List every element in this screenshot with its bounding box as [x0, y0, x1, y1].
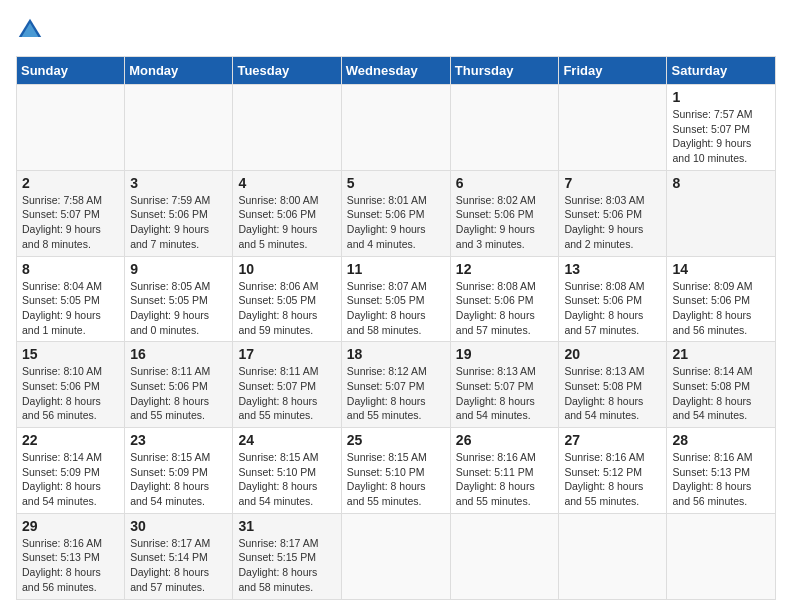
- column-header-saturday: Saturday: [667, 57, 776, 85]
- calendar-cell: 19Sunrise: 8:13 AM Sunset: 5:07 PM Dayli…: [450, 342, 559, 428]
- calendar-cell: 21Sunrise: 8:14 AM Sunset: 5:08 PM Dayli…: [667, 342, 776, 428]
- day-number: 17: [238, 346, 335, 362]
- day-info: Sunrise: 8:15 AM Sunset: 5:10 PM Dayligh…: [238, 450, 335, 509]
- day-number: 11: [347, 261, 445, 277]
- calendar-cell: 31Sunrise: 8:17 AM Sunset: 5:15 PM Dayli…: [233, 513, 341, 599]
- day-info: Sunrise: 8:16 AM Sunset: 5:12 PM Dayligh…: [564, 450, 661, 509]
- calendar-row: 22Sunrise: 8:14 AM Sunset: 5:09 PM Dayli…: [17, 428, 776, 514]
- calendar-cell: 6Sunrise: 8:02 AM Sunset: 5:06 PM Daylig…: [450, 170, 559, 256]
- day-number: 12: [456, 261, 554, 277]
- calendar-cell: [341, 85, 450, 171]
- calendar-cell: 1Sunrise: 7:57 AM Sunset: 5:07 PM Daylig…: [667, 85, 776, 171]
- day-info: Sunrise: 8:13 AM Sunset: 5:08 PM Dayligh…: [564, 364, 661, 423]
- calendar-cell: 24Sunrise: 8:15 AM Sunset: 5:10 PM Dayli…: [233, 428, 341, 514]
- column-header-wednesday: Wednesday: [341, 57, 450, 85]
- calendar-cell: 28Sunrise: 8:16 AM Sunset: 5:13 PM Dayli…: [667, 428, 776, 514]
- day-info: Sunrise: 8:14 AM Sunset: 5:09 PM Dayligh…: [22, 450, 119, 509]
- day-info: Sunrise: 8:02 AM Sunset: 5:06 PM Dayligh…: [456, 193, 554, 252]
- calendar-cell: 14Sunrise: 8:09 AM Sunset: 5:06 PM Dayli…: [667, 256, 776, 342]
- calendar-cell: 22Sunrise: 8:14 AM Sunset: 5:09 PM Dayli…: [17, 428, 125, 514]
- calendar-cell: 29Sunrise: 8:16 AM Sunset: 5:13 PM Dayli…: [17, 513, 125, 599]
- calendar-cell: 16Sunrise: 8:11 AM Sunset: 5:06 PM Dayli…: [125, 342, 233, 428]
- calendar-row: 1Sunrise: 7:57 AM Sunset: 5:07 PM Daylig…: [17, 85, 776, 171]
- day-info: Sunrise: 8:00 AM Sunset: 5:06 PM Dayligh…: [238, 193, 335, 252]
- day-number: 20: [564, 346, 661, 362]
- day-info: Sunrise: 7:58 AM Sunset: 5:07 PM Dayligh…: [22, 193, 119, 252]
- day-number: 2: [22, 175, 119, 191]
- day-info: Sunrise: 8:01 AM Sunset: 5:06 PM Dayligh…: [347, 193, 445, 252]
- calendar-cell: 25Sunrise: 8:15 AM Sunset: 5:10 PM Dayli…: [341, 428, 450, 514]
- day-info: Sunrise: 8:11 AM Sunset: 5:07 PM Dayligh…: [238, 364, 335, 423]
- column-header-tuesday: Tuesday: [233, 57, 341, 85]
- day-number: 3: [130, 175, 227, 191]
- day-number: 26: [456, 432, 554, 448]
- column-header-monday: Monday: [125, 57, 233, 85]
- column-header-thursday: Thursday: [450, 57, 559, 85]
- day-info: Sunrise: 7:57 AM Sunset: 5:07 PM Dayligh…: [672, 107, 770, 166]
- day-info: Sunrise: 7:59 AM Sunset: 5:06 PM Dayligh…: [130, 193, 227, 252]
- day-number: 4: [238, 175, 335, 191]
- day-number: 29: [22, 518, 119, 534]
- calendar-cell: 20Sunrise: 8:13 AM Sunset: 5:08 PM Dayli…: [559, 342, 667, 428]
- day-info: Sunrise: 8:15 AM Sunset: 5:09 PM Dayligh…: [130, 450, 227, 509]
- day-info: Sunrise: 8:10 AM Sunset: 5:06 PM Dayligh…: [22, 364, 119, 423]
- day-number: 13: [564, 261, 661, 277]
- calendar-cell: [667, 513, 776, 599]
- calendar-cell: [17, 85, 125, 171]
- day-number: 7: [564, 175, 661, 191]
- day-number: 9: [130, 261, 227, 277]
- calendar-cell: 8Sunrise: 8:04 AM Sunset: 5:05 PM Daylig…: [17, 256, 125, 342]
- calendar-cell: 26Sunrise: 8:16 AM Sunset: 5:11 PM Dayli…: [450, 428, 559, 514]
- day-number: 6: [456, 175, 554, 191]
- day-info: Sunrise: 8:17 AM Sunset: 5:15 PM Dayligh…: [238, 536, 335, 595]
- calendar-row: 8Sunrise: 8:04 AM Sunset: 5:05 PM Daylig…: [17, 256, 776, 342]
- day-number: 8: [22, 261, 119, 277]
- day-info: Sunrise: 8:17 AM Sunset: 5:14 PM Dayligh…: [130, 536, 227, 595]
- calendar-table: SundayMondayTuesdayWednesdayThursdayFrid…: [16, 56, 776, 600]
- day-info: Sunrise: 8:08 AM Sunset: 5:06 PM Dayligh…: [564, 279, 661, 338]
- day-number: 23: [130, 432, 227, 448]
- day-number: 15: [22, 346, 119, 362]
- day-number: 30: [130, 518, 227, 534]
- day-number: 24: [238, 432, 335, 448]
- calendar-row: 2Sunrise: 7:58 AM Sunset: 5:07 PM Daylig…: [17, 170, 776, 256]
- column-header-friday: Friday: [559, 57, 667, 85]
- calendar-cell: [450, 85, 559, 171]
- calendar-cell: [559, 513, 667, 599]
- calendar-cell: [450, 513, 559, 599]
- calendar-row: 15Sunrise: 8:10 AM Sunset: 5:06 PM Dayli…: [17, 342, 776, 428]
- day-number: 19: [456, 346, 554, 362]
- calendar-cell: 2Sunrise: 7:58 AM Sunset: 5:07 PM Daylig…: [17, 170, 125, 256]
- calendar-cell: 3Sunrise: 7:59 AM Sunset: 5:06 PM Daylig…: [125, 170, 233, 256]
- day-number: 31: [238, 518, 335, 534]
- logo: [16, 16, 48, 44]
- day-info: Sunrise: 8:12 AM Sunset: 5:07 PM Dayligh…: [347, 364, 445, 423]
- day-number: 18: [347, 346, 445, 362]
- day-number: 10: [238, 261, 335, 277]
- day-info: Sunrise: 8:16 AM Sunset: 5:13 PM Dayligh…: [22, 536, 119, 595]
- calendar-cell: 4Sunrise: 8:00 AM Sunset: 5:06 PM Daylig…: [233, 170, 341, 256]
- day-info: Sunrise: 8:11 AM Sunset: 5:06 PM Dayligh…: [130, 364, 227, 423]
- page-header: [16, 16, 776, 44]
- day-info: Sunrise: 8:07 AM Sunset: 5:05 PM Dayligh…: [347, 279, 445, 338]
- calendar-cell: 12Sunrise: 8:08 AM Sunset: 5:06 PM Dayli…: [450, 256, 559, 342]
- calendar-cell: [341, 513, 450, 599]
- calendar-cell: 10Sunrise: 8:06 AM Sunset: 5:05 PM Dayli…: [233, 256, 341, 342]
- calendar-cell: 15Sunrise: 8:10 AM Sunset: 5:06 PM Dayli…: [17, 342, 125, 428]
- calendar-cell: 11Sunrise: 8:07 AM Sunset: 5:05 PM Dayli…: [341, 256, 450, 342]
- day-info: Sunrise: 8:08 AM Sunset: 5:06 PM Dayligh…: [456, 279, 554, 338]
- day-info: Sunrise: 8:05 AM Sunset: 5:05 PM Dayligh…: [130, 279, 227, 338]
- day-number: 27: [564, 432, 661, 448]
- calendar-cell: 9Sunrise: 8:05 AM Sunset: 5:05 PM Daylig…: [125, 256, 233, 342]
- calendar-cell: 17Sunrise: 8:11 AM Sunset: 5:07 PM Dayli…: [233, 342, 341, 428]
- calendar-cell: [233, 85, 341, 171]
- day-info: Sunrise: 8:15 AM Sunset: 5:10 PM Dayligh…: [347, 450, 445, 509]
- calendar-row: 29Sunrise: 8:16 AM Sunset: 5:13 PM Dayli…: [17, 513, 776, 599]
- day-info: Sunrise: 8:03 AM Sunset: 5:06 PM Dayligh…: [564, 193, 661, 252]
- calendar-cell: 5Sunrise: 8:01 AM Sunset: 5:06 PM Daylig…: [341, 170, 450, 256]
- calendar-cell: 8: [667, 170, 776, 256]
- day-number: 8: [672, 175, 770, 191]
- calendar-header-row: SundayMondayTuesdayWednesdayThursdayFrid…: [17, 57, 776, 85]
- calendar-cell: 23Sunrise: 8:15 AM Sunset: 5:09 PM Dayli…: [125, 428, 233, 514]
- calendar-cell: 30Sunrise: 8:17 AM Sunset: 5:14 PM Dayli…: [125, 513, 233, 599]
